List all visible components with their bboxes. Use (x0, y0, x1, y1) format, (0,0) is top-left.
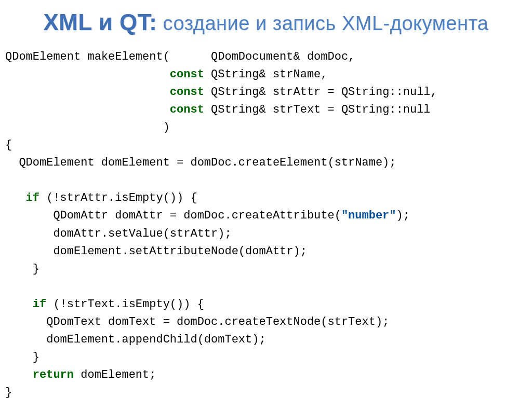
code-text: QString& strText = QString::null (204, 103, 431, 116)
title-main: XML и QT: (43, 9, 157, 35)
code-line: domElement.setAttributeNode(domAttr); (5, 245, 307, 258)
code-line: QDomElement makeElement( QDomDocument& d… (5, 50, 355, 63)
code-line: domAttr.setValue(strAttr); (5, 227, 232, 240)
code-line: } (5, 263, 39, 276)
code-text: (!strText.isEmpty()) { (46, 298, 204, 311)
code-text: (!strAttr.isEmpty()) { (39, 191, 197, 204)
keyword-if: if (5, 191, 39, 204)
code-line: ) (5, 121, 170, 134)
keyword-if: if (5, 298, 46, 311)
code-text: ); (396, 209, 410, 222)
keyword-const: const (5, 68, 204, 81)
code-text: QString& strName, (204, 68, 328, 81)
code-line: QDomElement domElement = domDoc.createEl… (5, 156, 396, 169)
keyword-return: return (5, 368, 74, 381)
code-block: QDomElement makeElement( QDomDocument& d… (0, 48, 532, 398)
code-text: QString& strAttr = QString::null, (204, 86, 437, 99)
string-literal: "number" (341, 209, 396, 222)
code-text: QDomAttr domAttr = domDoc.createAttribut… (5, 209, 341, 222)
code-line: } (5, 351, 39, 364)
code-line: } (5, 386, 12, 398)
code-line: domElement.appendChild(domText); (5, 333, 266, 346)
keyword-const: const (5, 86, 204, 99)
code-text: domElement; (74, 368, 156, 381)
keyword-const: const (5, 103, 204, 116)
slide: XML и QT: создание и запись XML-документ… (0, 0, 532, 398)
code-line: { (5, 139, 12, 152)
slide-title: XML и QT: создание и запись XML-документ… (0, 9, 532, 36)
title-sub: создание и запись XML-документа (157, 12, 488, 34)
code-line: QDomText domText = domDoc.createTextNode… (5, 315, 389, 328)
